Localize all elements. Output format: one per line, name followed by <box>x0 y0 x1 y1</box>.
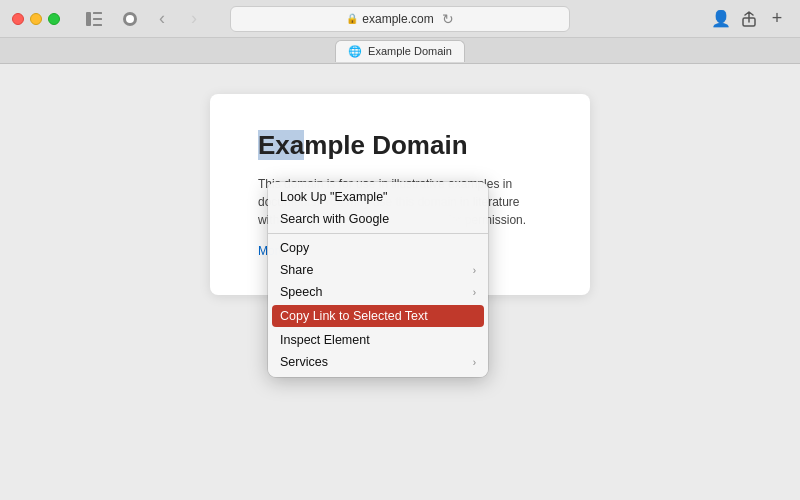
tab-label: Example Domain <box>368 45 452 57</box>
context-menu: Look Up "Example" Search with Google Cop… <box>268 182 488 377</box>
reader-mode-icon[interactable] <box>116 7 144 31</box>
context-menu-item-services-label: Services <box>280 355 328 369</box>
address-text: example.com <box>362 12 433 26</box>
minimize-button[interactable] <box>30 13 42 25</box>
svg-rect-0 <box>86 12 91 26</box>
context-menu-item-speech-label: Speech <box>280 285 322 299</box>
active-tab[interactable]: 🌐 Example Domain <box>335 40 465 62</box>
traffic-lights <box>0 13 60 25</box>
speech-arrow-icon: › <box>473 287 476 298</box>
context-menu-item-speech[interactable]: Speech › <box>268 281 488 303</box>
share-icon[interactable] <box>738 8 760 30</box>
title-highlight: Exa <box>258 130 304 160</box>
tab-favicon: 🌐 <box>348 45 362 58</box>
svg-rect-1 <box>93 12 102 14</box>
context-menu-item-copy-link[interactable]: Copy Link to Selected Text <box>272 305 484 327</box>
svg-rect-2 <box>93 18 102 20</box>
close-button[interactable] <box>12 13 24 25</box>
new-tab-icon[interactable]: + <box>766 8 788 30</box>
context-menu-item-search-label: Search with Google <box>280 212 389 226</box>
services-arrow-icon: › <box>473 357 476 368</box>
share-arrow-icon: › <box>473 265 476 276</box>
titlebar: ‹ › 🔒 example.com ↻ 👤 + <box>0 0 800 38</box>
person-icon[interactable]: 👤 <box>710 8 732 30</box>
context-menu-item-share[interactable]: Share › <box>268 259 488 281</box>
maximize-button[interactable] <box>48 13 60 25</box>
svg-rect-3 <box>93 24 102 26</box>
sidebar-icon[interactable] <box>80 7 108 31</box>
context-menu-item-share-label: Share <box>280 263 313 277</box>
webpage-title: Example Domain <box>258 130 542 161</box>
address-bar[interactable]: 🔒 example.com ↻ <box>230 6 570 32</box>
refresh-icon[interactable]: ↻ <box>442 11 454 27</box>
page-content: Example Domain This domain is for use in… <box>0 64 800 500</box>
context-menu-item-copy-link-label: Copy Link to Selected Text <box>280 309 428 323</box>
lock-icon: 🔒 <box>346 13 358 24</box>
context-menu-divider-1 <box>268 233 488 234</box>
svg-point-5 <box>126 15 134 23</box>
context-menu-item-lookup[interactable]: Look Up "Example" <box>268 186 488 208</box>
context-menu-item-copy[interactable]: Copy <box>268 237 488 259</box>
context-menu-item-inspect[interactable]: Inspect Element <box>268 329 488 351</box>
context-menu-item-copy-label: Copy <box>280 241 309 255</box>
title-rest: mple Domain <box>304 130 467 160</box>
context-menu-item-inspect-label: Inspect Element <box>280 333 370 347</box>
context-menu-item-services[interactable]: Services › <box>268 351 488 373</box>
back-button[interactable]: ‹ <box>148 7 176 31</box>
context-menu-item-search[interactable]: Search with Google <box>268 208 488 230</box>
tabbar: 🌐 Example Domain <box>0 38 800 64</box>
context-menu-item-lookup-label: Look Up "Example" <box>280 190 388 204</box>
